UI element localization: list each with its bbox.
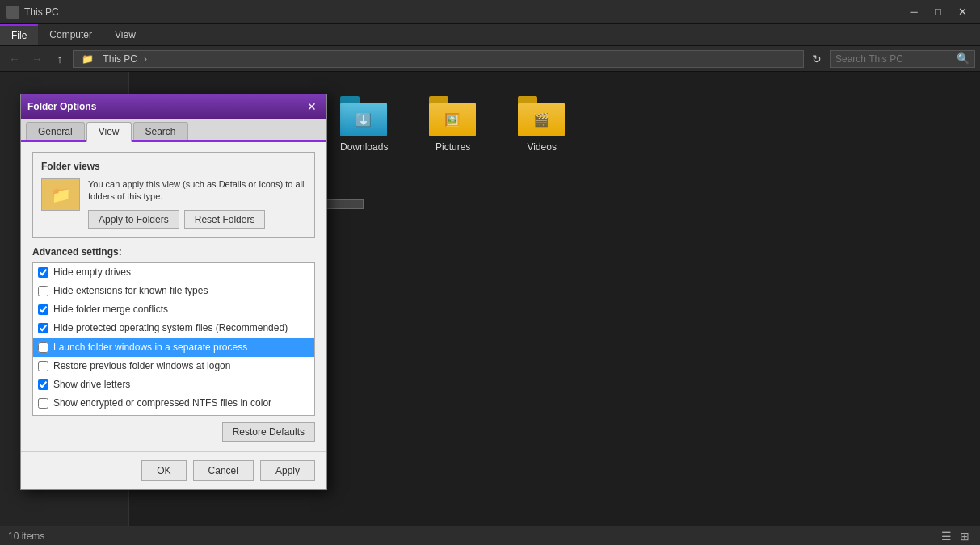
checkbox-launch-separate[interactable] <box>38 342 48 353</box>
setting-launch-separate-process[interactable]: Launch folder windows in a separate proc… <box>33 338 314 357</box>
setting-hide-extensions[interactable]: Hide extensions for known file types <box>33 282 314 300</box>
videos-folder-icon: 🎬 <box>518 96 566 136</box>
app-icon <box>6 6 19 19</box>
back-button[interactable]: ← <box>5 49 24 69</box>
folder-views-description: You can apply this view (such as Details… <box>88 178 306 203</box>
grid-view-button[interactable]: ⊞ <box>957 530 972 543</box>
setting-restore-previous[interactable]: Restore previous folder windows at logon <box>33 357 314 375</box>
dialog-tab-view[interactable]: View <box>86 122 132 142</box>
restore-defaults-container: Restore Defaults <box>32 422 315 442</box>
checkbox-show-encrypted[interactable] <box>38 398 48 409</box>
pictures-folder-icon: 🖼️ <box>429 96 477 136</box>
dialog-tab-general[interactable]: General <box>26 122 85 140</box>
list-view-button[interactable]: ☰ <box>939 530 954 543</box>
reset-folders-button[interactable]: Reset Folders <box>184 210 266 229</box>
address-path[interactable]: 📁 This PC › <box>73 50 804 68</box>
checkbox-show-drive-letters[interactable] <box>38 379 48 390</box>
checkbox-hide-extensions[interactable] <box>38 286 48 296</box>
restore-defaults-button[interactable]: Restore Defaults <box>222 422 315 442</box>
minimize-button[interactable]: ─ <box>902 4 925 20</box>
folder-views-buttons: Apply to Folders Reset Folders <box>88 210 306 229</box>
search-box[interactable]: 🔍 <box>830 50 975 68</box>
item-count: 10 items <box>8 530 44 542</box>
ribbon: File Computer View <box>0 24 980 46</box>
downloads-label: Downloads <box>340 141 388 153</box>
setting-hide-empty-drives[interactable]: Hide empty drives <box>33 263 314 282</box>
downloads-folder-icon: ⬇️ <box>340 96 389 136</box>
dialog-footer: OK Cancel Apply <box>21 451 326 489</box>
maximize-button[interactable]: □ <box>927 4 949 20</box>
folder-videos[interactable]: 🎬 Videos <box>518 96 566 153</box>
folder-views-section: Folder views 📁 You can apply this view (… <box>32 152 315 238</box>
ribbon-tab-file[interactable]: File <box>0 24 38 45</box>
search-icon: 🔍 <box>957 52 969 65</box>
close-button[interactable]: ✕ <box>951 4 974 20</box>
dialog-title: Folder Options <box>27 101 304 112</box>
pictures-label: Pictures <box>435 141 470 153</box>
dialog-tab-search[interactable]: Search <box>133 122 188 140</box>
setting-show-encrypted[interactable]: Show encrypted or compressed NTFS files … <box>33 394 314 413</box>
dialog-tabs: General View Search <box>21 119 326 142</box>
address-bar: ← → ↑ 📁 This PC › ↻ 🔍 <box>0 46 980 72</box>
advanced-settings-label: Advanced settings: <box>32 246 315 258</box>
view-controls: ☰ ⊞ <box>939 530 972 543</box>
forward-button[interactable]: → <box>27 49 47 69</box>
checkbox-hide-folder-merge[interactable] <box>38 304 48 315</box>
dialog-title-bar: Folder Options ✕ <box>21 94 326 119</box>
setting-show-drive-letters[interactable]: Show drive letters <box>33 375 314 394</box>
search-input[interactable] <box>835 53 957 65</box>
folder-downloads[interactable]: ⬇️ Downloads <box>340 96 389 153</box>
checkbox-restore-previous[interactable] <box>38 361 48 371</box>
up-button[interactable]: ↑ <box>50 49 69 69</box>
dialog-close-button[interactable]: ✕ <box>304 99 320 115</box>
status-bar: 10 items ☰ ⊞ <box>0 526 980 545</box>
folder-pictures[interactable]: 🖼️ Pictures <box>429 96 477 153</box>
ribbon-tab-view[interactable]: View <box>103 24 147 45</box>
folder-views-inner: 📁 You can apply this view (such as Detai… <box>41 178 306 229</box>
setting-hide-protected-os-files[interactable]: Hide protected operating system files (R… <box>33 319 314 337</box>
ribbon-tabs: File Computer View <box>0 24 980 45</box>
folder-views-title: Folder views <box>41 161 306 172</box>
window-controls: ─ □ ✕ <box>902 4 974 20</box>
videos-label: Videos <box>527 141 556 153</box>
settings-list[interactable]: Hide empty drives Hide extensions for kn… <box>32 262 315 416</box>
apply-button[interactable]: Apply <box>260 460 315 481</box>
folder-preview-icon: 📁 <box>41 178 80 211</box>
title-bar-text: This PC <box>24 6 898 18</box>
setting-hide-folder-merge[interactable]: Hide folder merge conflicts <box>33 300 314 319</box>
refresh-button[interactable]: ↻ <box>807 49 826 69</box>
folder-options-dialog[interactable]: Folder Options ✕ General View Search Fol… <box>20 94 327 490</box>
checkbox-hide-protected-os[interactable] <box>38 323 48 333</box>
cancel-button[interactable]: Cancel <box>193 460 254 481</box>
ribbon-tab-computer[interactable]: Computer <box>38 24 103 45</box>
apply-to-folders-button[interactable]: Apply to Folders <box>88 210 179 229</box>
title-bar: This PC ─ □ ✕ <box>0 0 980 24</box>
dialog-content: Folder views 📁 You can apply this view (… <box>21 142 326 451</box>
ok-button[interactable]: OK <box>141 460 186 481</box>
setting-show-popup[interactable]: Show pop-up description for folder and d… <box>33 413 314 416</box>
checkbox-hide-empty-drives[interactable] <box>38 267 48 278</box>
